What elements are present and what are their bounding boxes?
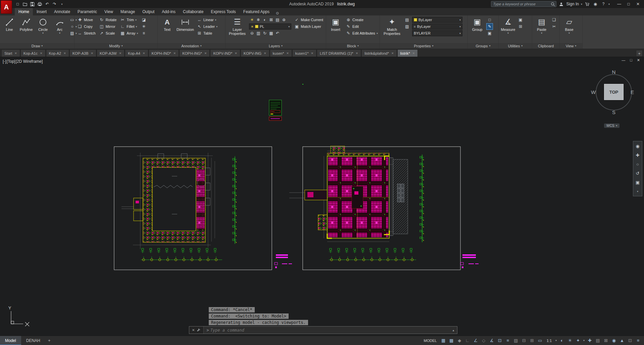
layer-previous-icon[interactable]: ↶	[275, 30, 281, 36]
viewcube-east[interactable]: E	[630, 89, 635, 95]
draw-panel-label[interactable]: Draw ▾	[0, 43, 74, 49]
command-input[interactable]	[210, 328, 450, 333]
properties-panel-label[interactable]: Properties ▾	[380, 43, 467, 49]
group-selection-icon[interactable]: ▣	[487, 30, 493, 36]
tab-close-icon[interactable]: ✕	[174, 52, 176, 55]
pan-icon[interactable]: ✚	[636, 152, 640, 158]
object-snap-tracking-icon[interactable]: ∡	[488, 337, 496, 344]
snap-toggle-icon[interactable]: ▩	[448, 337, 455, 344]
object-snap-icon[interactable]: ⊡	[496, 337, 504, 344]
layer-lock-icon[interactable]: ⊠	[268, 17, 274, 23]
tab-close-icon[interactable]: ✕	[286, 52, 289, 55]
dynamic-ucs-icon[interactable]: ⊞	[528, 337, 536, 344]
viewcube-south[interactable]: S	[611, 109, 616, 115]
annotation-visibility-icon[interactable]: ◐	[558, 337, 566, 344]
modify-panel-label[interactable]: Modify ▾	[75, 43, 157, 49]
move-button[interactable]: ✚Move	[77, 16, 96, 23]
command-customize-icon[interactable]	[197, 328, 201, 333]
file-tab-list-drawing[interactable]: LIST DRAWING (1)*✕	[317, 49, 361, 57]
isolate-objects-icon[interactable]: ◉	[610, 337, 618, 344]
sign-in-dropdown-icon[interactable]: ▾	[581, 3, 582, 6]
isodraft-icon[interactable]: ◇	[480, 337, 488, 344]
polyline-button[interactable]: Polyline	[19, 16, 34, 32]
file-tab-koph-ind[interactable]: KOPH-IND*✕	[149, 49, 179, 57]
viewcube-west[interactable]: W	[591, 89, 596, 95]
wcs-selector[interactable]: WCS ▾	[604, 124, 620, 128]
match-properties-button[interactable]: ✦ Match Properties	[382, 16, 402, 36]
tab-addins[interactable]: Add-ins	[158, 8, 179, 15]
tab-close-icon[interactable]: ✕	[91, 52, 93, 55]
file-tab-kusen1[interactable]: kusen1*✕	[292, 49, 316, 57]
layout-tab-denah[interactable]: DENAH	[21, 336, 45, 345]
match-layer-button[interactable]: ▣Match Layer	[293, 23, 324, 30]
fillet-dropdown-icon[interactable]: ▾	[136, 25, 137, 28]
qat-dropdown-icon[interactable]: ▾	[58, 1, 65, 7]
tab-close-icon[interactable]: ✕	[14, 52, 17, 55]
command-line[interactable]: ✕ > ▴	[189, 326, 457, 334]
file-tab-listrik[interactable]: listrik*✕	[397, 49, 418, 57]
doc-minimize-icon[interactable]: —	[622, 58, 625, 62]
measure-dropdown-icon[interactable]: ▾	[507, 32, 509, 35]
file-tab-kopv-ing[interactable]: KOPV-ING✕	[241, 49, 269, 57]
file-tab-kusen[interactable]: kusen*✕	[270, 49, 292, 57]
navbar-dropdown-icon[interactable]: ▾	[637, 188, 638, 194]
make-current-button[interactable]: ✓Make Current	[293, 16, 324, 23]
annotation-monitor-icon[interactable]: ✚	[586, 337, 594, 344]
infer-constraints-icon[interactable]: ◆	[456, 337, 463, 344]
layer-off-icon[interactable]: ◐	[262, 17, 268, 23]
leader-dropdown-icon[interactable]: ▾	[216, 25, 217, 28]
view-panel-label[interactable]: View ▾	[560, 43, 582, 49]
help-dropdown-icon[interactable]: ▾	[608, 3, 610, 6]
file-tab-kopv-ind[interactable]: KOPV-IND*✕	[210, 49, 240, 57]
tab-collaborate[interactable]: Collaborate	[179, 8, 207, 15]
viewport-menu-control[interactable]: [-]	[3, 59, 6, 64]
annotation-panel-label[interactable]: Annotation ▾	[158, 43, 225, 49]
layer-isolate-icon[interactable]: ⊖	[249, 30, 255, 36]
sign-in-button[interactable]: Sign In	[566, 2, 579, 6]
layer-walk-icon[interactable]: ↻	[262, 30, 268, 36]
plot-icon[interactable]	[36, 1, 43, 7]
circle-button[interactable]: Circle ▾	[36, 16, 50, 35]
layer-merge-icon[interactable]: ▦	[268, 30, 274, 36]
lineweight-combo[interactable]: ≡ ByLayer ▾	[412, 23, 462, 30]
insert-button[interactable]: ▣ Insert	[328, 16, 343, 32]
clipboard-panel-label[interactable]: Clipboard	[532, 43, 559, 49]
command-close-icon[interactable]: ✕	[192, 328, 195, 332]
maximize-icon[interactable]: □	[624, 0, 633, 8]
array-dropdown-icon[interactable]: ▾	[137, 32, 138, 35]
paste-dropdown-icon[interactable]: ▾	[541, 32, 542, 35]
search-input[interactable]	[491, 2, 550, 6]
group-edit-icon[interactable]: ✎	[487, 23, 493, 30]
trim-button[interactable]: ✂Trim▾	[119, 16, 139, 23]
open-file-icon[interactable]	[21, 1, 29, 7]
layer-properties-button[interactable]: ☰ Layer Properties	[228, 16, 247, 36]
layer-unisolate-icon[interactable]: ▥	[255, 30, 261, 36]
showmotion-icon[interactable]: ▣	[636, 179, 640, 185]
file-tab-kop-a3b[interactable]: KOP-A3B✕	[69, 49, 96, 57]
viewport-style-control[interactable]: [2D Wireframe]	[16, 59, 43, 64]
redo-icon[interactable]: ↷	[51, 1, 58, 7]
help-icon[interactable]: ?	[600, 1, 606, 7]
explode-icon[interactable]: ✳	[141, 23, 147, 30]
doc-restore-icon[interactable]: □	[630, 58, 632, 62]
file-tab-kop-a4[interactable]: Kop-A4✕	[125, 49, 148, 57]
ribbon-state-icon[interactable]: ⊙	[276, 11, 279, 15]
base-dropdown-icon[interactable]: ▾	[568, 32, 570, 35]
dynamic-input-icon[interactable]: ▭	[536, 337, 544, 344]
tab-parametric[interactable]: Parametric	[74, 8, 101, 15]
create-block-button[interactable]: ⊕Create	[345, 16, 379, 23]
new-drawing-tab-button[interactable]: +	[636, 50, 643, 57]
utilities-panel-label[interactable]: Utilities ▾	[499, 43, 532, 49]
arc-button[interactable]: Arc ▾	[52, 16, 67, 35]
clean-screen-icon[interactable]: ⊡	[626, 337, 634, 344]
base-view-button[interactable]: ▱ Base ▾	[562, 16, 577, 35]
copy-clip-icon[interactable]: ❏	[551, 17, 557, 23]
layers-panel-label[interactable]: Layers ▾	[226, 43, 326, 49]
polar-tracking-icon[interactable]: ∠	[472, 337, 480, 344]
linear-dropdown-icon[interactable]: ▾	[215, 18, 216, 21]
navigation-wheel-icon[interactable]: ◉	[636, 143, 639, 149]
tab-close-icon[interactable]: ✕	[40, 52, 43, 55]
mirror-button[interactable]: ◫Mirror	[98, 23, 117, 30]
color-dropdown-icon[interactable]: ▾	[459, 18, 461, 21]
tab-close-icon[interactable]: ✕	[235, 52, 237, 55]
